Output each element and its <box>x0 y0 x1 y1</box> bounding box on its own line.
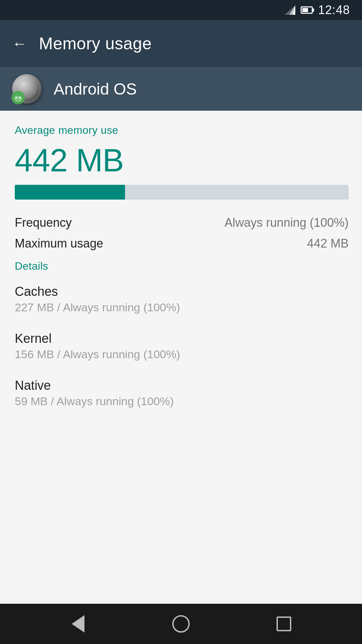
frequency-label: Frequency <box>15 216 72 230</box>
average-memory-label: Average memory use <box>15 124 349 137</box>
back-button[interactable]: ← <box>12 35 27 52</box>
list-item: Caches 227 MB / Always running (100%) <box>15 284 349 314</box>
android-logo-icon <box>11 90 25 105</box>
back-nav-icon <box>72 615 84 633</box>
max-usage-label: Maximum usage <box>15 236 103 251</box>
max-usage-row: Maximum usage 442 MB <box>15 236 349 251</box>
battery-fill <box>302 8 308 12</box>
signal-icon <box>285 5 295 15</box>
memory-value: 442 MB <box>15 143 349 178</box>
detail-item-name-1: Kernel <box>15 331 349 346</box>
detail-item-value-2: 59 MB / Always running (100%) <box>15 395 349 408</box>
list-item: Kernel 156 MB / Always running (100%) <box>15 331 349 361</box>
details-label: Details <box>15 260 349 272</box>
frequency-row: Frequency Always running (100%) <box>15 216 349 230</box>
back-nav-button[interactable] <box>65 614 92 634</box>
progress-bar-fill <box>15 185 125 200</box>
bottom-nav <box>0 604 362 644</box>
main-content: Average memory use 442 MB Frequency Alwa… <box>0 111 362 604</box>
battery-icon <box>301 6 313 14</box>
svg-point-6 <box>19 97 21 99</box>
home-nav-button[interactable] <box>168 614 194 634</box>
app-bar-title: Memory usage <box>39 34 152 53</box>
detail-item-name-2: Native <box>15 378 349 393</box>
detail-item-name-0: Caches <box>15 284 349 299</box>
status-icons: 12:48 <box>285 3 350 17</box>
app-icon <box>12 74 42 104</box>
max-usage-value: 442 MB <box>307 236 349 251</box>
list-item: Native 59 MB / Always running (100%) <box>15 378 349 408</box>
app-bar: ← Memory usage <box>0 20 362 67</box>
svg-point-4 <box>14 96 22 102</box>
detail-item-value-0: 227 MB / Always running (100%) <box>15 301 349 314</box>
home-nav-icon <box>172 615 190 633</box>
recents-nav-icon <box>277 616 291 631</box>
details-section: Details Caches 227 MB / Always running (… <box>15 260 349 408</box>
time-display: 12:48 <box>318 3 350 17</box>
status-bar: 12:48 <box>0 0 362 20</box>
frequency-value: Always running (100%) <box>225 216 349 230</box>
detail-item-value-1: 156 MB / Always running (100%) <box>15 348 349 361</box>
recents-nav-button[interactable] <box>270 614 297 634</box>
app-header: Android OS <box>0 67 362 111</box>
memory-progress-bar <box>15 185 349 200</box>
app-name: Android OS <box>54 80 137 98</box>
svg-point-5 <box>15 97 17 99</box>
